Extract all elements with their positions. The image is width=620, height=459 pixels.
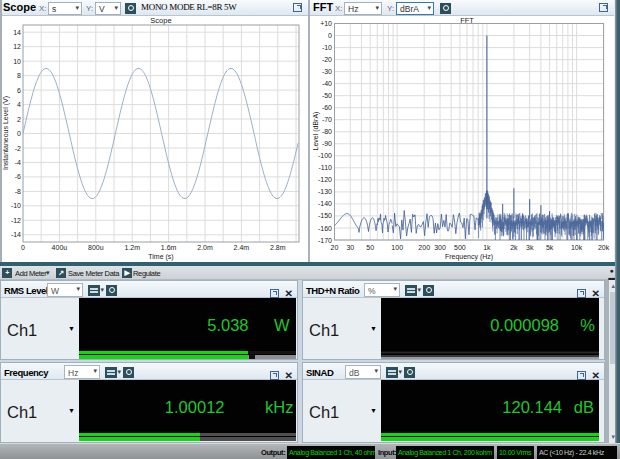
svg-text:2.8m: 2.8m <box>270 244 286 251</box>
svg-text:1k: 1k <box>483 244 491 251</box>
svg-text:10: 10 <box>13 58 21 65</box>
svg-text:Scope: Scope <box>150 16 171 25</box>
svg-text:2: 2 <box>17 116 21 123</box>
svg-text:-8: -8 <box>15 188 21 195</box>
svg-text:Time (s): Time (s) <box>148 253 173 261</box>
svg-text:200: 200 <box>418 244 430 251</box>
svg-text:-130: -130 <box>318 188 332 195</box>
svg-text:30: 30 <box>346 244 354 251</box>
svg-text:0: 0 <box>328 32 332 39</box>
svg-text:50: 50 <box>366 244 374 251</box>
svg-text:14: 14 <box>13 29 21 36</box>
svg-text:-2: -2 <box>15 145 21 152</box>
svg-text:8: 8 <box>17 72 21 79</box>
svg-text:-14: -14 <box>11 231 21 238</box>
svg-text:2.4m: 2.4m <box>234 244 250 251</box>
svg-text:-12: -12 <box>11 217 21 224</box>
svg-text:-160: -160 <box>318 225 332 232</box>
svg-text:12: 12 <box>13 43 21 50</box>
svg-text:800u: 800u <box>88 244 104 251</box>
svg-text:-10: -10 <box>11 202 21 209</box>
svg-text:-40: -40 <box>322 80 332 87</box>
svg-text:-6: -6 <box>15 173 21 180</box>
svg-text:-140: -140 <box>318 200 332 207</box>
svg-text:Instantaneous Level (V): Instantaneous Level (V) <box>2 96 10 170</box>
svg-text:-170: -170 <box>318 237 332 244</box>
svg-text:-150: -150 <box>318 212 332 219</box>
svg-text:100: 100 <box>391 244 403 251</box>
svg-text:500: 500 <box>454 244 466 251</box>
svg-text:0: 0 <box>21 244 25 251</box>
svg-text:6: 6 <box>17 87 21 94</box>
svg-text:5k: 5k <box>546 244 554 251</box>
svg-text:-80: -80 <box>322 128 332 135</box>
svg-text:20k: 20k <box>598 244 610 251</box>
svg-text:3k: 3k <box>526 244 534 251</box>
svg-text:-30: -30 <box>322 68 332 75</box>
svg-text:2k: 2k <box>510 244 518 251</box>
svg-text:-70: -70 <box>322 116 332 123</box>
svg-text:400u: 400u <box>52 244 68 251</box>
svg-text:-100: -100 <box>318 152 332 159</box>
svg-text:1.6m: 1.6m <box>161 244 177 251</box>
svg-text:10k: 10k <box>571 244 583 251</box>
svg-text:1.2m: 1.2m <box>124 244 140 251</box>
svg-text:-4: -4 <box>15 159 21 166</box>
svg-text:2.0m: 2.0m <box>197 244 213 251</box>
svg-text:Frequency (Hz): Frequency (Hz) <box>445 253 493 261</box>
svg-text:-120: -120 <box>318 176 332 183</box>
svg-text:-110: -110 <box>319 164 333 171</box>
svg-text:20: 20 <box>331 244 339 251</box>
svg-text:0: 0 <box>17 130 21 137</box>
svg-text:Level (dBrA): Level (dBrA) <box>312 112 320 151</box>
svg-text:-60: -60 <box>322 104 332 111</box>
svg-text:4: 4 <box>17 101 21 108</box>
svg-text:300: 300 <box>434 244 446 251</box>
svg-text:-90: -90 <box>322 140 332 147</box>
svg-text:+10: +10 <box>320 20 332 27</box>
svg-text:-50: -50 <box>322 92 332 99</box>
svg-text:-20: -20 <box>322 56 332 63</box>
svg-text:-10: -10 <box>322 44 332 51</box>
